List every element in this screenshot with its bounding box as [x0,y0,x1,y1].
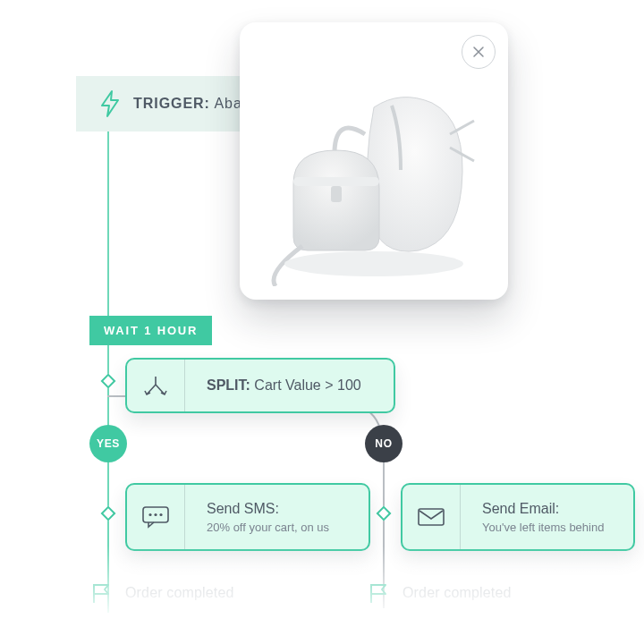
terminal-label: Order completed [125,585,234,601]
sms-icon [127,485,185,549]
svg-rect-0 [293,177,379,186]
flow-node [377,506,392,521]
product-preview-card [240,22,508,300]
flow-line-main [107,103,109,613]
terminal-step: Order completed [89,581,234,605]
flow-node [101,374,116,389]
mail-icon [402,485,461,549]
wait-step[interactable]: WAIT 1 HOUR [89,316,212,345]
terminal-step: Order completed [367,581,512,605]
flag-icon [367,581,390,605]
branch-chip-no: NO [365,425,402,462]
close-button[interactable] [462,35,496,69]
terminal-label: Order completed [402,585,512,601]
action-subtitle: 20% off your cart, on us [207,521,329,534]
lightning-icon [99,90,121,117]
split-icon [127,360,185,411]
flow-node [101,506,116,521]
svg-rect-1 [331,186,342,202]
svg-point-6 [159,513,162,516]
action-title: Send Email: [482,501,604,517]
svg-point-5 [154,513,157,516]
wait-label: WAIT 1 HOUR [104,324,198,337]
svg-point-2 [284,251,463,276]
close-icon [472,46,485,58]
svg-rect-7 [419,509,444,525]
action-subtitle: You've left items behind [482,521,604,534]
action-title: Send SMS: [207,501,329,517]
svg-point-4 [148,513,151,516]
action-card-email[interactable]: Send Email: You've left items behind [401,483,635,551]
split-label: SPLIT: Cart Value > 100 [207,377,361,394]
split-card[interactable]: SPLIT: Cart Value > 100 [125,358,395,413]
action-card-sms[interactable]: Send SMS: 20% off your cart, on us [125,483,370,551]
branch-chip-yes: YES [89,425,127,462]
flag-icon [89,581,113,605]
product-image [267,80,481,286]
